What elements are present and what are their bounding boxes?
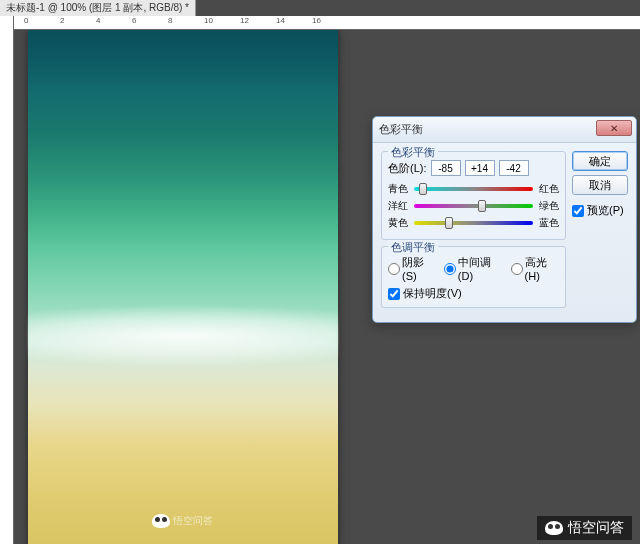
slider-label-yellow: 黄色 bbox=[388, 216, 410, 230]
level-input-0[interactable] bbox=[431, 160, 461, 176]
dialog-titlebar[interactable]: 色彩平衡 ✕ bbox=[373, 117, 636, 143]
slider-track-mg[interactable] bbox=[414, 204, 533, 208]
color-balance-group: 色彩平衡 色阶(L): 青色 红色 洋红 绿色 bbox=[381, 151, 566, 240]
preserve-luminosity-row: 保持明度(V) bbox=[388, 286, 559, 301]
dialog-body: 色彩平衡 色阶(L): 青色 红色 洋红 绿色 bbox=[373, 143, 636, 322]
ruler-vertical bbox=[0, 16, 14, 544]
slider-label-green: 绿色 bbox=[537, 199, 559, 213]
preserve-luminosity-checkbox[interactable] bbox=[388, 288, 400, 300]
slider-track-yb[interactable] bbox=[414, 221, 533, 225]
ok-button[interactable]: 确定 bbox=[572, 151, 628, 171]
slider-label-cyan: 青色 bbox=[388, 182, 410, 196]
close-button[interactable]: ✕ bbox=[596, 120, 632, 136]
preview-row: 预览(P) bbox=[572, 203, 628, 218]
preview-checkbox[interactable] bbox=[572, 205, 584, 217]
slider-cyan-red: 青色 红色 bbox=[388, 182, 559, 196]
level-input-1[interactable] bbox=[465, 160, 495, 176]
preserve-luminosity-label: 保持明度(V) bbox=[403, 286, 462, 301]
group-title: 色彩平衡 bbox=[388, 145, 438, 160]
dialog-title: 色彩平衡 bbox=[379, 122, 423, 137]
document-tab[interactable]: 未标题-1 @ 100% (图层 1 副本, RGB/8) * bbox=[0, 0, 196, 16]
group-title: 色调平衡 bbox=[388, 240, 438, 255]
ruler-horizontal: 0 2 4 6 8 10 12 14 16 bbox=[14, 16, 640, 30]
levels-label: 色阶(L): bbox=[388, 161, 427, 176]
watermark-large: 悟空问答 bbox=[537, 516, 632, 540]
owl-icon bbox=[152, 514, 170, 528]
level-input-2[interactable] bbox=[499, 160, 529, 176]
cancel-button[interactable]: 取消 bbox=[572, 175, 628, 195]
slider-label-red: 红色 bbox=[537, 182, 559, 196]
dialog-left-panel: 色彩平衡 色阶(L): 青色 红色 洋红 绿色 bbox=[381, 151, 566, 314]
slider-magenta-green: 洋红 绿色 bbox=[388, 199, 559, 213]
image-foam bbox=[28, 300, 338, 390]
slider-track-cr[interactable] bbox=[414, 187, 533, 191]
owl-icon bbox=[545, 521, 563, 535]
color-balance-dialog: 色彩平衡 ✕ 色彩平衡 色阶(L): 青色 红色 洋红 bbox=[372, 116, 637, 323]
close-icon: ✕ bbox=[610, 123, 618, 134]
radio-midtones[interactable]: 中间调(D) bbox=[444, 255, 503, 282]
canvas-image: 悟空问答 bbox=[28, 30, 338, 544]
slider-thumb[interactable] bbox=[419, 183, 427, 195]
radio-shadows[interactable]: 阴影(S) bbox=[388, 255, 436, 282]
preview-label: 预览(P) bbox=[587, 203, 624, 218]
slider-thumb[interactable] bbox=[478, 200, 486, 212]
slider-yellow-blue: 黄色 蓝色 bbox=[388, 216, 559, 230]
radio-highlights[interactable]: 高光(H) bbox=[511, 255, 559, 282]
watermark-small: 悟空问答 bbox=[152, 514, 213, 528]
levels-row: 色阶(L): bbox=[388, 160, 559, 176]
dialog-right-panel: 确定 取消 预览(P) bbox=[572, 151, 628, 314]
slider-label-magenta: 洋红 bbox=[388, 199, 410, 213]
slider-label-blue: 蓝色 bbox=[537, 216, 559, 230]
slider-thumb[interactable] bbox=[445, 217, 453, 229]
tone-balance-group: 色调平衡 阴影(S) 中间调(D) 高光(H) 保持明度(V) bbox=[381, 246, 566, 308]
tone-radio-row: 阴影(S) 中间调(D) 高光(H) bbox=[388, 255, 559, 282]
